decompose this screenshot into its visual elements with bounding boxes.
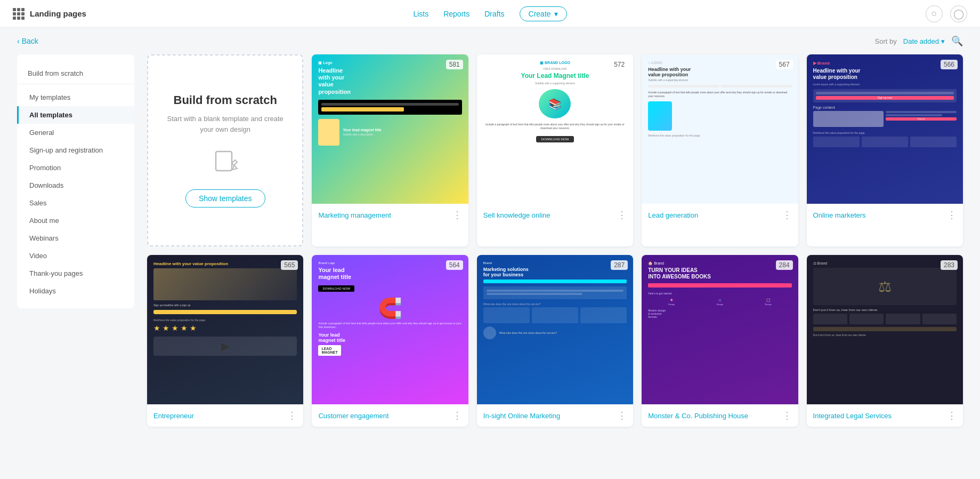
chevron-down-icon: ▾ [554,10,558,18]
template-row-1: Build from scratch Start with a blank te… [147,54,963,246]
template-preview-insight: Brand Marketing solutionsfor your busine… [477,255,633,404]
template-footer-marketers: Online marketers ⋮ [807,204,963,226]
sidebar-item-promotion[interactable]: Promotion [17,159,134,177]
template-count-lead: 567 [776,60,793,69]
sidebar-item-thank-you[interactable]: Thank-you pages [17,265,134,282]
nav-lists[interactable]: Lists [413,10,428,18]
back-arrow-icon: ‹ [17,37,20,45]
template-menu-sell[interactable]: ⋮ [617,209,627,221]
template-name-entrepreneur: Entrepreneur [153,412,194,420]
create-button[interactable]: Create ▾ [520,6,567,21]
sidebar-item-build-scratch[interactable]: Build from scratch [17,63,134,84]
template-count-sell: 572 [611,60,628,69]
user-avatar[interactable]: ◯ [950,5,967,22]
sidebar-item-holidays[interactable]: Holidays [17,282,134,300]
template-name-insight: In-sight Online Marketing [483,412,561,420]
template-preview-customer: Brand Logo Your leadmagnet title DOWNLOA… [312,255,468,404]
build-from-scratch-card[interactable]: Build from scratch Start with a blank te… [147,54,303,246]
main-content: Build from scratch My templates All temp… [0,54,980,452]
template-footer-monster: Monster & Co. Publishing House ⋮ [642,404,798,427]
nav-reports[interactable]: Reports [443,10,469,18]
template-menu-entrepreneur[interactable]: ⋮ [287,410,297,421]
template-count-legal: 283 [941,260,958,270]
sidebar-item-downloads[interactable]: Downloads [17,177,134,194]
template-card-legal[interactable]: ⚖ Brand ⚖ Don't put it from us, hear fro… [807,255,963,427]
sort-arrow-icon: ▾ [941,37,945,45]
template-row-2: Headline with your value proposition Sig… [147,255,963,427]
app-logo: Landing pages [13,8,252,20]
sort-controls: Sort by Date added ▾ 🔍 [875,35,963,47]
sidebar-item-all-templates[interactable]: All templates [17,106,134,124]
template-preview-monster: 🏠 Brand TURN YOUR IDEASINTO AWESOME BOOK… [642,255,798,404]
back-button[interactable]: ‹ Back [17,37,38,45]
template-menu-insight[interactable]: ⋮ [617,410,627,421]
template-menu-marketers[interactable]: ⋮ [947,209,957,221]
template-footer-customer: Customer engagement ⋮ [312,404,468,427]
template-card-customer-engagement[interactable]: Brand Logo Your leadmagnet title DOWNLOA… [312,255,468,427]
template-card-marketing-management[interactable]: ▣ Logo Headlinewith yourvalueproposition… [312,54,468,246]
sidebar: Build from scratch My templates All temp… [17,54,134,308]
template-menu-marketing[interactable]: ⋮ [452,209,462,221]
template-footer-legal: Integrated Legal Services ⋮ [807,404,963,427]
template-preview-legal: ⚖ Brand ⚖ Don't put it from us, hear fro… [807,255,963,404]
pencil-box-icon [212,147,239,181]
template-card-sell-knowledge[interactable]: ▣ BRAND LOGO FREE DOWNLOAD Your Lead Mag… [477,54,633,246]
template-name-legal: Integrated Legal Services [813,412,892,420]
sort-label: Sort by [875,37,897,45]
show-templates-button[interactable]: Show templates [185,189,265,207]
app-title: Landing pages [30,9,86,18]
template-card-monster[interactable]: 🏠 Brand TURN YOUR IDEASINTO AWESOME BOOK… [642,255,798,427]
template-footer-sell: Sell knowledge online ⋮ [477,204,633,226]
template-count-monster: 284 [776,260,793,270]
template-preview-marketers: ▶ Brand Headline with yourvalue proposit… [807,54,963,204]
template-menu-legal[interactable]: ⋮ [947,410,957,421]
sidebar-item-sign-up[interactable]: Sign-up and registration [17,141,134,159]
template-name-sell: Sell knowledge online [483,211,550,219]
sort-value[interactable]: Date added ▾ [903,37,945,45]
grid-icon [13,8,25,20]
template-card-lead-generation[interactable]: ○ LOGO Headline with yourvalue propositi… [642,54,798,246]
scratch-title: Build from scratch [174,93,277,107]
template-card-insight[interactable]: Brand Marketing solutionsfor your busine… [477,255,633,427]
template-footer-lead: Lead generation ⋮ [642,204,798,226]
scratch-desc: Start with a blank template and create y… [161,114,289,134]
search-button[interactable]: 🔍 [951,35,963,47]
sidebar-item-about-me[interactable]: About me [17,212,134,229]
template-name-customer: Customer engagement [318,412,388,420]
template-count-marketing: 581 [446,60,463,69]
sidebar-item-general[interactable]: General [17,124,134,141]
nav-drafts[interactable]: Drafts [484,10,504,18]
template-name-lead: Lead generation [648,211,698,219]
template-grid: Build from scratch Start with a blank te… [147,54,963,435]
avatar-icon[interactable]: ○ [926,5,943,22]
sidebar-item-my-templates[interactable]: My templates [17,89,134,106]
template-count-marketers: 566 [941,60,958,69]
nav-right: ○ ◯ [728,5,967,22]
template-card-entrepreneur[interactable]: Headline with your value proposition Sig… [147,255,303,427]
template-menu-lead[interactable]: ⋮ [782,209,792,221]
template-menu-monster[interactable]: ⋮ [782,410,792,421]
template-footer-marketing: Marketing management ⋮ [312,204,468,226]
template-card-online-marketers[interactable]: ▶ Brand Headline with yourvalue proposit… [807,54,963,246]
template-menu-customer[interactable]: ⋮ [452,410,462,421]
subheader: ‹ Back Sort by Date added ▾ 🔍 [0,28,980,54]
sidebar-item-webinars[interactable]: Webinars [17,229,134,247]
svg-rect-0 [216,151,232,171]
template-count-insight: 287 [611,260,628,270]
template-count-entrepreneur: 565 [281,260,298,270]
template-name-marketing: Marketing management [318,211,391,219]
template-preview-entrepreneur: Headline with your value proposition Sig… [147,255,303,404]
template-name-marketers: Online marketers [813,211,866,219]
template-footer-entrepreneur: Entrepreneur ⋮ [147,404,303,427]
template-preview-sell: ▣ BRAND LOGO FREE DOWNLOAD Your Lead Mag… [477,54,633,204]
nav-links: Lists Reports Drafts Create ▾ [252,6,729,21]
template-count-customer: 564 [446,260,463,270]
template-preview-marketing: ▣ Logo Headlinewith yourvalueproposition… [312,54,468,204]
sidebar-item-sales[interactable]: Sales [17,194,134,212]
template-footer-insight: In-sight Online Marketing ⋮ [477,404,633,427]
top-navigation: Landing pages Lists Reports Drafts Creat… [0,0,980,28]
template-name-monster: Monster & Co. Publishing House [648,412,748,420]
template-preview-lead: ○ LOGO Headline with yourvalue propositi… [642,54,798,204]
sidebar-item-video[interactable]: Video [17,247,134,265]
